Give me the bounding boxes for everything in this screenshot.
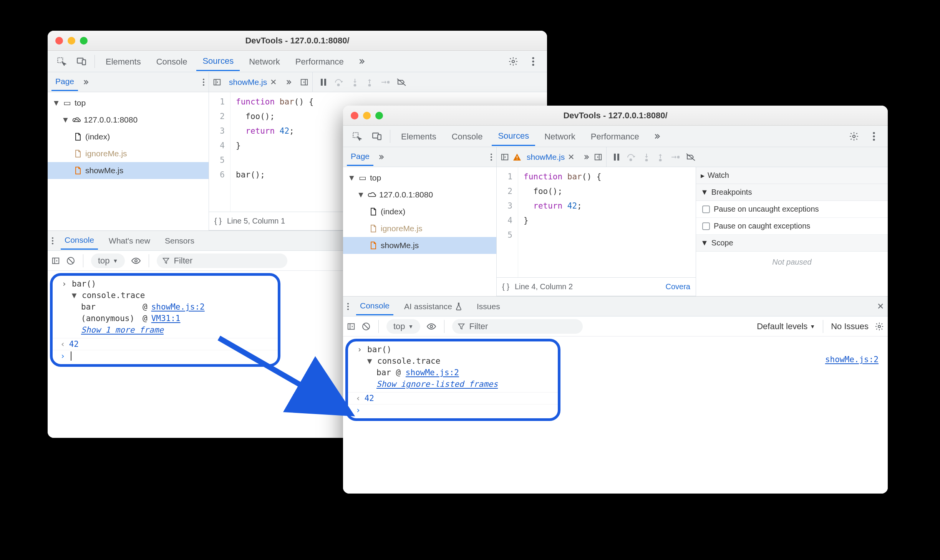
more-files-icon[interactable] — [582, 153, 590, 161]
step-out-icon[interactable] — [366, 78, 373, 86]
minimize-icon[interactable] — [363, 112, 371, 119]
console-sidebar-icon[interactable] — [51, 257, 60, 265]
pause-uncaught-checkbox[interactable]: Pause on uncaught exceptions — [696, 201, 888, 218]
file-tree[interactable]: ▼▭top ▼127.0.0.1:8080 (index) ignoreMe.j… — [343, 167, 497, 296]
context-selector[interactable]: top▼ — [91, 253, 125, 268]
tree-file-show[interactable]: showMe.js — [343, 237, 496, 254]
step-out-icon[interactable] — [657, 153, 664, 161]
page-subtab[interactable]: Page — [51, 73, 78, 91]
file-tree[interactable]: ▼▭top ▼127.0.0.1:8080 (index) ignoreMe.j… — [48, 92, 209, 230]
tab-network[interactable]: Network — [538, 127, 582, 146]
gear-icon[interactable] — [875, 322, 884, 331]
page-subtab[interactable]: Page — [347, 148, 373, 166]
nav-toggle-icon[interactable] — [213, 78, 221, 86]
pause-icon[interactable] — [320, 78, 327, 86]
gear-icon[interactable] — [846, 128, 862, 145]
more-subtabs-icon[interactable] — [377, 153, 385, 161]
source-link[interactable]: showMe.js:2 — [151, 302, 205, 311]
more-subtabs-icon[interactable] — [82, 78, 90, 86]
minimize-icon[interactable] — [68, 37, 75, 45]
clear-console-icon[interactable] — [361, 322, 371, 331]
open-file-tab[interactable]: showMe.js — [527, 152, 565, 162]
open-file-tab[interactable]: showMe.js — [229, 78, 267, 87]
issues-count[interactable]: No Issues — [831, 321, 869, 331]
tab-elements[interactable]: Elements — [99, 52, 147, 71]
clear-console-icon[interactable] — [66, 256, 75, 265]
nav-toggle-icon[interactable] — [501, 153, 509, 161]
tab-sources[interactable]: Sources — [492, 126, 535, 146]
tab-network[interactable]: Network — [243, 52, 286, 71]
format-icon[interactable]: { } — [214, 217, 222, 225]
tab-console[interactable]: Console — [150, 52, 194, 71]
zoom-icon[interactable] — [80, 37, 88, 45]
live-expression-icon[interactable] — [426, 323, 436, 330]
filter-input[interactable]: Filter — [157, 253, 287, 268]
breakpoints-section[interactable]: ▼Breakpoints — [696, 184, 888, 201]
drawer-tab-issues[interactable]: Issues — [473, 298, 504, 315]
pause-caught-checkbox[interactable]: Pause on caught exceptions — [696, 218, 888, 235]
more-tabs-icon[interactable] — [353, 53, 370, 70]
more-tabs-icon[interactable] — [648, 128, 665, 145]
show-ignored-frames-link[interactable]: Show ignore-listed frames — [376, 379, 498, 389]
coverage-link[interactable]: Covera — [666, 282, 690, 291]
tree-top[interactable]: ▼▭top — [48, 94, 209, 111]
debugger-toggle-icon[interactable] — [300, 78, 308, 86]
step-icon[interactable] — [670, 153, 680, 161]
close-icon[interactable] — [55, 37, 63, 45]
more-files-icon[interactable] — [285, 78, 292, 86]
source-link[interactable]: showMe.js:2 — [825, 355, 879, 364]
kebab-icon[interactable] — [347, 302, 349, 311]
filter-input[interactable]: Filter — [452, 319, 583, 334]
traffic-lights[interactable] — [55, 37, 88, 45]
inspect-icon[interactable] — [53, 53, 70, 70]
code-editor[interactable]: 12345 function bar() { foo(); return 42;… — [497, 167, 696, 278]
step-over-icon[interactable] — [334, 78, 344, 86]
close-tab-icon[interactable]: ✕ — [270, 78, 277, 87]
tree-host[interactable]: ▼127.0.0.1:8080 — [48, 111, 209, 128]
zoom-icon[interactable] — [375, 112, 383, 119]
show-more-frames-link[interactable]: Show 1 more frame — [81, 325, 164, 335]
tab-console[interactable]: Console — [446, 127, 489, 146]
kebab-icon[interactable] — [865, 128, 882, 145]
device-icon[interactable] — [368, 128, 385, 145]
debugger-toggle-icon[interactable] — [594, 153, 602, 161]
console-output[interactable]: ›bar() ▼console.trace bar @ showMe.js:2 … — [343, 336, 888, 494]
step-into-icon[interactable] — [351, 78, 359, 86]
kebab-icon[interactable] — [51, 237, 54, 245]
close-drawer-icon[interactable]: ✕ — [877, 302, 884, 311]
drawer-tab-whatsnew[interactable]: What's new — [105, 232, 154, 249]
step-into-icon[interactable] — [643, 153, 650, 161]
tree-host[interactable]: ▼127.0.0.1:8080 — [343, 186, 496, 203]
drawer-tab-console[interactable]: Console — [356, 297, 393, 315]
log-levels[interactable]: Default levels▼ — [757, 321, 815, 331]
traffic-lights[interactable] — [351, 112, 383, 119]
step-over-icon[interactable] — [627, 153, 637, 161]
device-icon[interactable] — [73, 53, 90, 70]
tree-file-index[interactable]: (index) — [48, 128, 209, 145]
tree-file-ignore[interactable]: ignoreMe.js — [48, 145, 209, 162]
titlebar[interactable]: DevTools - 127.0.0.1:8080/ — [48, 31, 547, 51]
tree-file-ignore[interactable]: ignoreMe.js — [343, 220, 496, 237]
tree-file-show[interactable]: showMe.js — [48, 162, 209, 179]
console-sidebar-icon[interactable] — [347, 322, 355, 331]
titlebar[interactable]: DevTools - 127.0.0.1:8080/ — [343, 106, 888, 126]
kebab-icon[interactable] — [202, 78, 205, 86]
close-icon[interactable] — [351, 112, 358, 119]
tab-elements[interactable]: Elements — [395, 127, 443, 146]
tree-top[interactable]: ▼▭top — [343, 169, 496, 186]
kebab-icon[interactable] — [525, 53, 542, 70]
source-link[interactable]: VM31:1 — [151, 314, 181, 323]
source-link[interactable]: showMe.js:2 — [406, 368, 459, 377]
pause-icon[interactable] — [613, 153, 620, 161]
tab-sources[interactable]: Sources — [196, 51, 240, 71]
context-selector[interactable]: top▼ — [386, 319, 420, 334]
deactivate-breakpoints-icon[interactable] — [686, 153, 696, 161]
deactivate-breakpoints-icon[interactable] — [396, 78, 406, 86]
format-icon[interactable]: { } — [502, 282, 509, 291]
tab-performance[interactable]: Performance — [289, 52, 350, 71]
drawer-tab-ai[interactable]: AI assistance — [400, 298, 466, 315]
console-input[interactable] — [71, 351, 71, 361]
close-tab-icon[interactable]: ✕ — [568, 152, 575, 162]
live-expression-icon[interactable] — [131, 257, 141, 265]
tab-performance[interactable]: Performance — [585, 127, 645, 146]
